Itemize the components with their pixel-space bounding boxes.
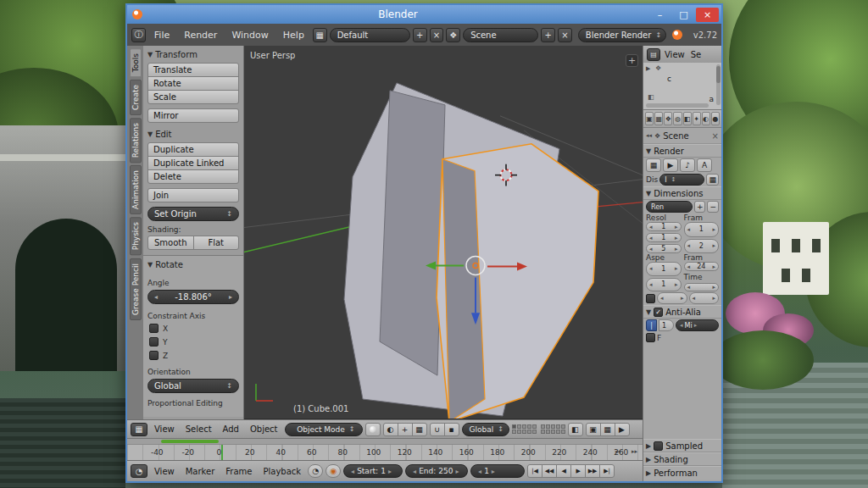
layer-cell[interactable] bbox=[551, 430, 555, 434]
render-still-button[interactable]: ▦ bbox=[646, 158, 661, 172]
border-checkbox[interactable] bbox=[646, 294, 655, 303]
jump-to-end-button[interactable]: ▶| bbox=[599, 464, 615, 478]
delete-button[interactable]: Delete bbox=[147, 169, 239, 184]
layer-cell[interactable] bbox=[561, 430, 565, 434]
outliner-menu-search[interactable]: Se bbox=[689, 50, 704, 59]
render-animation-button[interactable]: ▶ bbox=[663, 158, 678, 172]
scene-browse-icon[interactable]: ❖ bbox=[446, 28, 460, 42]
time-remap-new-field[interactable]: ◂▸ bbox=[657, 292, 687, 304]
layer-cell[interactable] bbox=[541, 424, 545, 429]
rotate-button[interactable]: Rotate bbox=[147, 76, 239, 91]
view3d-menu-object[interactable]: Object bbox=[246, 424, 282, 434]
tab-tools[interactable]: Tools bbox=[130, 48, 142, 77]
antialiasing-checkbox[interactable]: ✓ bbox=[654, 308, 663, 317]
aa-filter-dropdown[interactable]: ◂Mi▸ bbox=[676, 319, 719, 331]
angle-slider[interactable]: ◂-18.806°▸ bbox=[147, 290, 239, 304]
step-left-icon[interactable]: ◂ bbox=[154, 293, 158, 301]
translate-button[interactable]: Translate bbox=[147, 63, 239, 77]
layer-cell[interactable] bbox=[551, 424, 555, 429]
mode-dropdown[interactable]: Object Mode↕ bbox=[285, 423, 363, 436]
breadcrumb-browse-icon[interactable]: ◂◂ bbox=[646, 132, 652, 139]
view3d-menu-add[interactable]: Add bbox=[219, 424, 243, 434]
timeline-menu-marker[interactable]: Marker bbox=[181, 467, 220, 476]
scene-name-field[interactable]: Scene bbox=[463, 28, 538, 42]
aspect-x-field[interactable]: ◂1▸ bbox=[646, 262, 682, 276]
layer-cell[interactable] bbox=[532, 430, 537, 434]
menu-file[interactable]: File bbox=[148, 30, 175, 41]
preset-remove-button[interactable]: − bbox=[707, 201, 719, 213]
layer-cell[interactable] bbox=[527, 424, 531, 429]
tab-physics[interactable]: Physics bbox=[130, 217, 142, 255]
display-dropdown[interactable]: I↕ bbox=[659, 174, 704, 186]
minimize-button[interactable]: – bbox=[648, 8, 671, 22]
menu-help[interactable]: Help bbox=[277, 30, 310, 41]
outliner-horizontal-scrollbar[interactable] bbox=[646, 103, 709, 108]
tab-relations[interactable]: Relations bbox=[130, 118, 142, 163]
screen-layout-add-button[interactable]: + bbox=[413, 28, 427, 42]
maximize-button[interactable]: □ bbox=[672, 8, 695, 22]
layer-cell[interactable] bbox=[556, 430, 560, 434]
menu-render[interactable]: Render bbox=[178, 30, 223, 41]
tab-grease-pencil[interactable]: Grease Pencil bbox=[130, 258, 142, 320]
layer-cell[interactable] bbox=[522, 430, 526, 434]
current-frame-line[interactable] bbox=[221, 445, 223, 460]
flat-button[interactable]: Flat bbox=[193, 236, 240, 250]
aspect-y-field[interactable]: ◂1▸ bbox=[646, 278, 682, 292]
properties-tab-modifiers-icon[interactable]: ✦ bbox=[693, 112, 701, 125]
dimensions-panel-header[interactable]: ▼Dimensions bbox=[643, 186, 721, 200]
jump-prev-keyframe-button[interactable]: ◀◀ bbox=[542, 464, 557, 478]
editor-type-outliner-icon[interactable]: ▤ bbox=[647, 48, 660, 61]
close-button[interactable]: × bbox=[696, 8, 719, 22]
render-audio-button[interactable]: ♪ bbox=[680, 158, 695, 172]
outliner-expand-icon[interactable]: ▶ bbox=[646, 65, 650, 72]
view3d-menu-view[interactable]: View bbox=[150, 424, 179, 434]
autokey-record-button[interactable]: ◉ bbox=[326, 464, 341, 478]
render-anim-button[interactable]: ▶ bbox=[615, 423, 630, 436]
fullsample-checkbox[interactable] bbox=[646, 333, 655, 342]
ruler-scroll-left-icon[interactable]: ◂◂ bbox=[615, 448, 620, 455]
aa-samples-field[interactable]: 1 bbox=[659, 319, 674, 331]
step-right-icon[interactable]: ▸ bbox=[388, 468, 392, 475]
timeline-menu-frame[interactable]: Frame bbox=[221, 467, 256, 476]
axis-x-checkbox[interactable] bbox=[149, 324, 159, 333]
properties-tab-world-icon[interactable]: ◍ bbox=[673, 112, 682, 125]
ruler-scroll-right-icon[interactable]: ▸▸ bbox=[632, 448, 637, 455]
properties-tab-renderlayers-icon[interactable]: ▦ bbox=[654, 112, 663, 125]
frame-step-field[interactable]: ◂▸ bbox=[689, 292, 720, 304]
render-preset-dropdown[interactable]: Ren bbox=[646, 201, 693, 213]
lock-camera-button[interactable]: ◧ bbox=[568, 423, 583, 436]
layer-cell[interactable] bbox=[532, 424, 537, 429]
properties-tab-object-icon[interactable]: ◧ bbox=[683, 112, 692, 125]
layer-cell[interactable] bbox=[527, 430, 531, 434]
properties-region-toggle[interactable]: + bbox=[626, 54, 638, 67]
outliner-item-label[interactable]: a bbox=[709, 95, 714, 103]
step-left-icon[interactable]: ◂ bbox=[351, 468, 354, 475]
render-border-button[interactable]: ▣ bbox=[586, 423, 601, 436]
antialiasing-panel-header[interactable]: ▼✓Anti-Alia bbox=[643, 305, 721, 319]
resolution-y-field[interactable]: ◂1▸ bbox=[646, 233, 682, 242]
viewport-3d[interactable]: User Persp (1) Cube.001 + bbox=[244, 46, 643, 419]
snap-target-button[interactable]: ▪ bbox=[444, 423, 459, 436]
render-engine-dropdown[interactable]: Blender Render↕ bbox=[578, 28, 666, 42]
properties-tab-material-icon[interactable]: ● bbox=[711, 112, 720, 125]
scene-add-button[interactable]: + bbox=[541, 28, 555, 42]
axis-z-checkbox[interactable] bbox=[149, 351, 159, 360]
layer-cell[interactable] bbox=[561, 424, 565, 429]
breadcrumb-unlink-icon[interactable]: × bbox=[712, 131, 719, 141]
manipulator-button[interactable]: + bbox=[398, 423, 413, 436]
render-opengl-button[interactable]: ▦ bbox=[600, 423, 615, 436]
rotate-panel-header[interactable]: ▼Rotate bbox=[147, 258, 239, 271]
performance-panel-header[interactable]: ▶Performan bbox=[643, 466, 721, 480]
axis-y-checkbox[interactable] bbox=[149, 337, 159, 347]
step-left-icon[interactable]: ◂ bbox=[680, 322, 683, 329]
properties-tab-scene-icon[interactable]: ❖ bbox=[664, 112, 672, 125]
sampled-motion-blur-header[interactable]: ▶Sampled bbox=[643, 439, 721, 452]
sampled-checkbox[interactable] bbox=[654, 441, 663, 451]
display-extra-button[interactable]: ▦ bbox=[706, 174, 719, 186]
step-left-icon[interactable]: ◂ bbox=[478, 468, 481, 475]
join-button[interactable]: Join bbox=[147, 188, 239, 202]
play-reverse-button[interactable]: ◀ bbox=[556, 464, 571, 478]
frame-end-field[interactable]: ◂End:250▸ bbox=[405, 464, 468, 478]
layer-cell[interactable] bbox=[546, 424, 550, 429]
timeline-menu-view[interactable]: View bbox=[150, 467, 179, 476]
